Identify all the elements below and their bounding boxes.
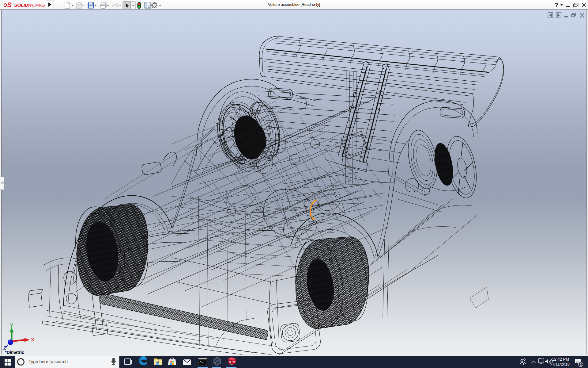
svg-text:12:42 PM: 12:42 PM	[552, 357, 569, 362]
svg-text:W: W	[232, 360, 235, 363]
svg-text:2017: 2017	[230, 363, 235, 366]
svg-text:2: 2	[580, 363, 582, 366]
svg-text:7/11/2018: 7/11/2018	[552, 362, 570, 366]
